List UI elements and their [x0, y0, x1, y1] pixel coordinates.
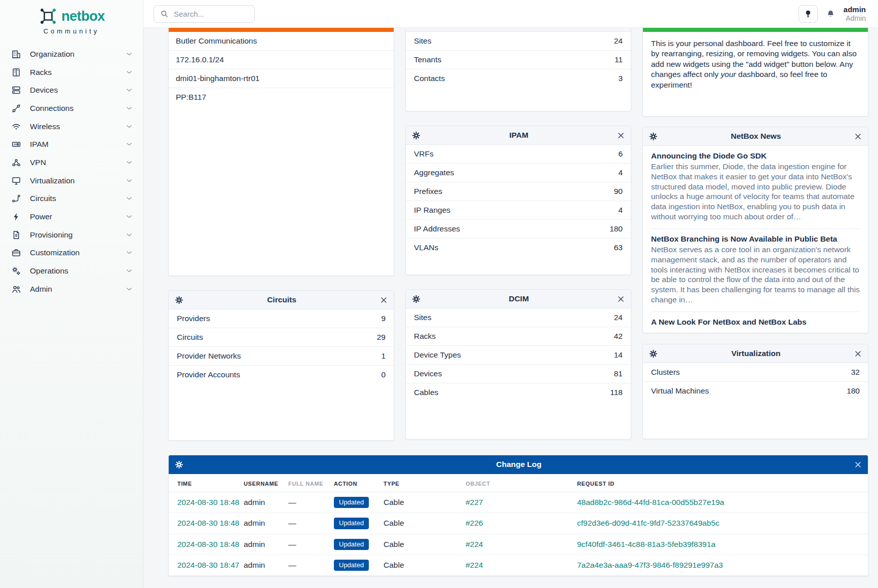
close-icon[interactable]	[380, 296, 388, 304]
stat-value: 11	[615, 55, 623, 64]
virtualization-icon	[11, 176, 21, 186]
stat-value: 63	[614, 243, 623, 252]
stat-link[interactable]: Circuits	[177, 333, 203, 342]
stat-link[interactable]: Prefixes	[414, 187, 442, 196]
stat-value: 4	[618, 168, 623, 177]
sidebar-item-organization[interactable]: Organization	[0, 45, 143, 63]
sidebar-item-wireless[interactable]: Wireless	[0, 117, 143, 136]
action-badge[interactable]: Updated	[334, 539, 369, 550]
close-icon[interactable]	[854, 350, 862, 358]
stat-link[interactable]: Provider Networks	[177, 351, 241, 361]
stat-link[interactable]: Providers	[177, 314, 210, 323]
gear-icon[interactable]	[175, 296, 183, 304]
changelog-time-link[interactable]: 2024-08-30 18:48	[177, 519, 239, 527]
stat-row: Clusters32	[643, 363, 868, 381]
bookmark-link[interactable]: Butler Communications	[169, 32, 394, 50]
news-headline-link[interactable]: NetBox Branching is Now Available in Pub…	[651, 234, 860, 244]
stat-link[interactable]: VLANs	[414, 243, 438, 252]
news-headline-link[interactable]: A New Look For NetBox and NetBox Labs	[651, 318, 860, 327]
gear-icon[interactable]	[412, 131, 421, 140]
stat-row: Providers9	[169, 309, 394, 328]
changelog-object-link[interactable]: #226	[466, 519, 483, 527]
stat-link[interactable]: Device Types	[414, 350, 461, 360]
chevron-down-icon	[126, 141, 133, 148]
theme-toggle-button[interactable]	[798, 5, 818, 23]
stat-link[interactable]: Tenants	[414, 55, 441, 64]
user-name: admin	[844, 5, 866, 14]
widget-header: DCIM	[406, 290, 631, 308]
stat-row: Provider Networks1	[169, 346, 394, 365]
bookmark-link[interactable]: PP:B117	[169, 88, 394, 106]
stat-link[interactable]: Sites	[414, 313, 431, 322]
stat-link[interactable]: Racks	[414, 332, 436, 341]
bookmark-link[interactable]: dmi01-binghamton-rtr01	[169, 69, 394, 88]
sidebar-item-admin[interactable]: Admin	[0, 280, 143, 298]
gear-icon[interactable]	[412, 295, 421, 303]
stat-value: 24	[614, 313, 623, 322]
changelog-type: Cable	[379, 555, 462, 575]
changelog-object-link[interactable]: #224	[466, 561, 483, 569]
changelog-time-link[interactable]: 2024-08-30 18:48	[177, 540, 239, 548]
gear-icon[interactable]	[649, 349, 658, 358]
sidebar-item-label: Operations	[30, 266, 117, 276]
sidebar-item-provisioning[interactable]: Provisioning	[0, 226, 143, 244]
close-icon[interactable]	[617, 132, 625, 139]
stat-link[interactable]: Clusters	[651, 368, 680, 377]
gear-icon[interactable]	[175, 460, 183, 469]
sidebar-item-power[interactable]: Power	[0, 208, 143, 226]
stat-link[interactable]: VRFs	[414, 149, 434, 159]
changelog-time-link[interactable]: 2024-08-30 18:48	[177, 498, 239, 506]
brand[interactable]: netbox Community	[0, 0, 143, 35]
stat-link[interactable]: Cables	[414, 388, 438, 397]
sidebar-item-vpn[interactable]: VPN	[0, 153, 143, 172]
changelog-request-id-link[interactable]: 48ad8b2c-986d-44fd-81ca-00d55b27e19a	[577, 498, 724, 506]
user-menu[interactable]: admin Admin	[844, 5, 866, 22]
chevron-down-icon	[126, 231, 133, 239]
stat-value: 81	[614, 369, 623, 378]
changelog-full-name: —	[284, 534, 330, 555]
action-badge[interactable]: Updated	[334, 497, 369, 508]
changelog-time-link[interactable]: 2024-08-30 18:47	[177, 561, 239, 569]
stat-link[interactable]: Virtual Machines	[651, 386, 709, 396]
changelog-request-id-link[interactable]: cf92d3e6-d09d-41fc-9fd7-52337649ab5c	[577, 519, 719, 527]
close-icon[interactable]	[617, 295, 625, 303]
close-icon[interactable]	[854, 133, 862, 140]
stat-link[interactable]: Provider Accounts	[177, 370, 240, 379]
chevron-down-icon	[126, 51, 133, 58]
changelog-object-link[interactable]: #227	[466, 498, 483, 506]
changelog-full-name: —	[284, 492, 330, 513]
gear-icon[interactable]	[649, 132, 658, 141]
devices-icon	[11, 85, 21, 95]
sidebar-item-label: Devices	[30, 86, 117, 95]
sidebar-item-ipam[interactable]: IPAM	[0, 135, 143, 153]
stat-link[interactable]: IP Ranges	[414, 206, 450, 215]
notifications-button[interactable]	[826, 9, 835, 19]
widget-title: IPAM	[421, 131, 617, 140]
close-icon[interactable]	[854, 461, 862, 468]
stat-link[interactable]: Sites	[414, 36, 431, 46]
search-input[interactable]	[174, 10, 248, 18]
changelog-request-id-link[interactable]: 7a2a4e3a-aaa9-47f3-9846-f89291e997a3	[577, 561, 723, 569]
sidebar-item-racks[interactable]: Racks	[0, 63, 143, 82]
action-badge[interactable]: Updated	[334, 518, 369, 529]
sidebar-item-circuits[interactable]: Circuits	[0, 190, 143, 208]
stat-link[interactable]: Contacts	[414, 74, 445, 83]
widget-change-log: Change Log TIME USERNAME FULL NAME ACTIO…	[168, 455, 868, 576]
table-row: 2024-08-30 18:48 admin — Updated Cable #…	[169, 534, 868, 555]
changelog-request-id-link[interactable]: 9cf40fdf-3461-4c88-81a3-5feb39f8391a	[577, 540, 715, 548]
stat-link[interactable]: Aggregates	[414, 168, 454, 177]
stat-value: 29	[377, 333, 386, 342]
news-headline-link[interactable]: Announcing the Diode Go SDK	[651, 151, 860, 161]
action-badge[interactable]: Updated	[334, 560, 369, 571]
bookmark-link[interactable]: 172.16.0.1/24	[169, 50, 394, 69]
sidebar-item-virtualization[interactable]: Virtualization	[0, 172, 143, 190]
changelog-object-link[interactable]: #224	[466, 540, 483, 548]
stat-link[interactable]: IP Addresses	[414, 224, 460, 233]
sidebar-item-connections[interactable]: Connections	[0, 99, 143, 117]
sidebar-item-operations[interactable]: Operations	[0, 262, 143, 280]
search-box[interactable]	[154, 5, 255, 23]
stat-link[interactable]: Devices	[414, 369, 442, 378]
sidebar-item-customization[interactable]: Customization	[0, 244, 143, 262]
widget-dcim: DCIM Sites24 Racks42 Device Types14 Devi…	[405, 289, 631, 440]
sidebar-item-devices[interactable]: Devices	[0, 81, 143, 99]
